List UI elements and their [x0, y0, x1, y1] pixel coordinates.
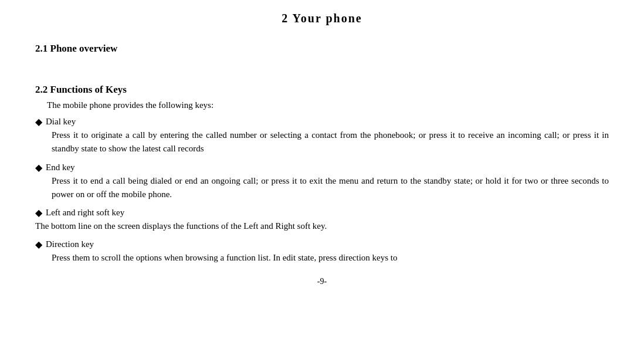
diamond-bullet-direction: ◆ — [35, 239, 42, 250]
key-item-dial: ◆ Dial key Press it to originate a call … — [35, 116, 609, 156]
key-title-row-dial: ◆ Dial key — [35, 116, 609, 127]
keys-list: ◆ Dial key Press it to originate a call … — [35, 116, 609, 265]
section-2-2-intro: The mobile phone provides the following … — [47, 100, 609, 110]
key-title-row-softkey: ◆ Left and right soft key — [35, 207, 609, 218]
key-title-row-end: ◆ End key — [35, 162, 609, 173]
section-2-1-heading: 2.1 Phone overview — [35, 43, 609, 55]
page-footer: -9- — [35, 277, 609, 286]
section-2-1: 2.1 Phone overview — [35, 43, 609, 55]
key-title-dial: Dial key — [46, 117, 76, 127]
diamond-bullet-softkey: ◆ — [35, 207, 42, 218]
key-desc-direction: Press them to scroll the options when br… — [52, 251, 609, 265]
key-desc-dial: Press it to originate a call by entering… — [52, 128, 609, 156]
section-2-2: 2.2 Functions of Keys The mobile phone p… — [35, 84, 609, 265]
key-title-direction: Direction key — [46, 239, 94, 249]
section-2-2-heading: 2.2 Functions of Keys — [35, 84, 609, 96]
key-title-softkey: Left and right soft key — [46, 208, 124, 218]
key-title-row-direction: ◆ Direction key — [35, 239, 609, 250]
key-title-end: End key — [46, 163, 75, 172]
key-desc-end: Press it to end a call being dialed or e… — [52, 174, 609, 202]
key-item-direction: ◆ Direction key Press them to scroll the… — [35, 239, 609, 265]
key-desc-softkey: The bottom line on the screen displays t… — [35, 219, 609, 233]
key-item-end: ◆ End key Press it to end a call being d… — [35, 162, 609, 202]
key-item-softkey: ◆ Left and right soft key The bottom lin… — [35, 207, 609, 233]
diamond-bullet-dial: ◆ — [35, 116, 42, 127]
page-title: 2 Your phone — [35, 12, 609, 25]
diamond-bullet-end: ◆ — [35, 162, 42, 173]
